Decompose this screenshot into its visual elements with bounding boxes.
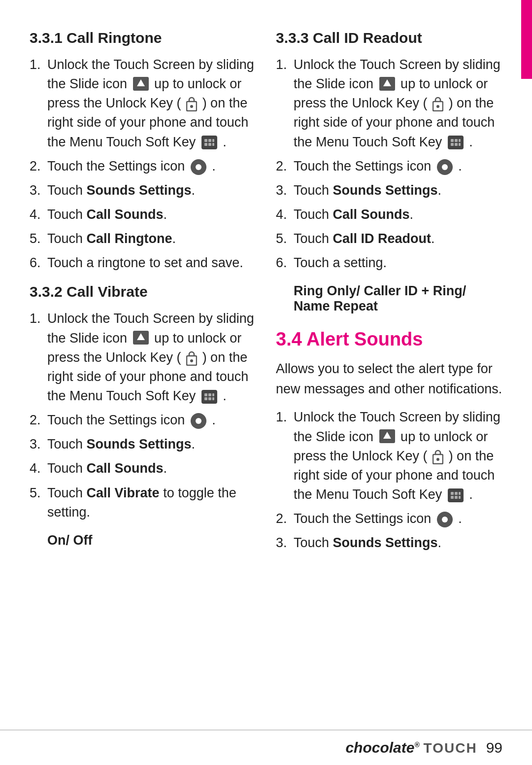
svg-rect-31 — [212, 397, 214, 400]
step-332-1: 1. Unlock the Touch Screen by sliding th… — [30, 309, 256, 406]
svg-rect-78 — [437, 519, 440, 521]
menu-icon-34-1 — [447, 488, 464, 503]
step-34-1: 1. Unlock the Touch Screen by sliding th… — [276, 408, 502, 504]
svg-rect-5 — [204, 139, 207, 142]
svg-rect-70 — [459, 492, 461, 495]
svg-rect-47 — [451, 139, 454, 142]
svg-point-54 — [442, 164, 448, 170]
svg-point-12 — [196, 164, 201, 170]
pink-tab — [521, 0, 532, 79]
step-331-6: 6. Touch a ringtone to set and save. — [30, 253, 256, 273]
svg-rect-58 — [450, 166, 453, 168]
step-333-1: 1. Unlock the Touch Screen by sliding th… — [276, 55, 502, 152]
settings-icon-333-2 — [436, 159, 453, 175]
svg-rect-51 — [455, 143, 458, 146]
brand-touch: TOUCH — [424, 740, 477, 756]
svg-point-3 — [190, 105, 193, 108]
svg-rect-16 — [203, 166, 206, 168]
step-333-5: 5. Touch Call ID Readout. — [276, 229, 502, 248]
svg-rect-56 — [444, 172, 446, 175]
step-331-3: 3. Touch Sounds Settings. — [30, 181, 256, 200]
svg-rect-72 — [455, 496, 458, 499]
svg-rect-49 — [459, 139, 461, 142]
svg-rect-77 — [444, 524, 446, 527]
svg-rect-27 — [208, 393, 211, 396]
svg-rect-57 — [437, 166, 440, 168]
brand-reg: ® — [414, 741, 419, 749]
svg-rect-67 — [448, 488, 464, 502]
section-34-title: 3.4 Alert Sounds — [276, 329, 502, 350]
step-332-5: 5. Touch Call Vibrate to toggle the sett… — [30, 484, 256, 522]
section-34-steps: 1. Unlock the Touch Screen by sliding th… — [276, 408, 502, 553]
step-333-4: 4. Touch Call Sounds. — [276, 205, 502, 224]
slide-icon-332-1 — [133, 330, 149, 347]
svg-point-66 — [436, 458, 439, 461]
svg-rect-73 — [459, 496, 461, 499]
settings-icon-331-2 — [190, 159, 207, 175]
settings-icon-332-2 — [190, 413, 207, 429]
step-331-1: 1. Unlock the Touch Screen by sliding th… — [30, 55, 256, 152]
menu-icon-332-1 — [201, 389, 218, 404]
svg-rect-14 — [198, 172, 200, 175]
svg-rect-8 — [204, 143, 207, 146]
slide-icon-333-1 — [379, 76, 396, 93]
svg-rect-26 — [204, 393, 207, 396]
svg-rect-29 — [204, 397, 207, 400]
svg-rect-68 — [451, 492, 454, 495]
step-333-3: 3. Touch Sounds Settings. — [276, 181, 502, 200]
step-332-4: 4. Touch Call Sounds. — [30, 459, 256, 478]
step-34-2: 2. Touch the Settings icon . — [276, 509, 502, 528]
section-333-title: 3.3.3 Call ID Readout — [276, 30, 502, 46]
step-333-6: 6. Touch a setting. — [276, 253, 502, 273]
step-331-4: 4. Touch Call Sounds. — [30, 205, 256, 224]
settings-icon-34-2 — [436, 511, 453, 528]
section-333-steps: 1. Unlock the Touch Screen by sliding th… — [276, 55, 502, 273]
section-331-title: 3.3.1 Call Ringtone — [30, 30, 256, 46]
svg-rect-52 — [459, 143, 461, 146]
svg-rect-76 — [444, 512, 446, 515]
unlock-icon-331-1 — [186, 97, 197, 111]
unlock-icon-34-1 — [432, 450, 443, 464]
section-34-desc: Allows you to select the alert type for … — [276, 359, 502, 399]
svg-rect-34 — [198, 413, 200, 416]
step-332-2: 2. Touch the Settings icon . — [30, 411, 256, 430]
two-col-layout: 3.3.1 Call Ringtone 1. Unlock the Touch … — [30, 30, 502, 563]
svg-rect-25 — [201, 390, 217, 404]
svg-point-24 — [190, 359, 193, 362]
col-right: 3.3.3 Call ID Readout 1. Unlock the Touc… — [276, 30, 502, 563]
svg-point-75 — [442, 517, 448, 522]
svg-rect-55 — [444, 159, 446, 162]
footer-brand: chocolate® TOUCH — [345, 739, 477, 756]
svg-rect-10 — [212, 143, 214, 146]
svg-rect-46 — [448, 136, 464, 149]
section-331-steps: 1. Unlock the Touch Screen by sliding th… — [30, 55, 256, 273]
subnote-333: Ring Only/ Caller ID + Ring/ Name Repeat — [294, 283, 502, 314]
col-left: 3.3.1 Call Ringtone 1. Unlock the Touch … — [30, 30, 256, 563]
svg-rect-48 — [455, 139, 458, 142]
menu-icon-333-1 — [447, 135, 464, 150]
svg-rect-9 — [208, 143, 211, 146]
slide-icon-34-1 — [379, 429, 396, 446]
svg-rect-30 — [208, 397, 211, 400]
svg-rect-4 — [201, 136, 217, 149]
subnote-332: On/ Off — [47, 533, 256, 548]
step-331-2: 2. Touch the Settings icon . — [30, 157, 256, 176]
section-332-title: 3.3.2 Call Vibrate — [30, 283, 256, 300]
brand-name: chocolate® — [345, 739, 419, 756]
svg-rect-69 — [455, 492, 458, 495]
slide-icon-331-1 — [133, 76, 149, 93]
svg-rect-13 — [198, 159, 200, 162]
step-333-2: 2. Touch the Settings icon . — [276, 157, 502, 176]
step-34-3: 3. Touch Sounds Settings. — [276, 533, 502, 553]
svg-rect-35 — [198, 426, 200, 429]
unlock-icon-333-1 — [432, 97, 443, 111]
svg-rect-71 — [451, 496, 454, 499]
svg-rect-15 — [191, 166, 194, 168]
svg-rect-79 — [450, 519, 453, 521]
svg-point-45 — [436, 105, 439, 108]
svg-rect-50 — [451, 143, 454, 146]
unlock-icon-332-1 — [186, 351, 197, 366]
page-number: 99 — [486, 739, 502, 756]
svg-point-33 — [196, 418, 201, 424]
page-container: 3.3.1 Call Ringtone 1. Unlock the Touch … — [0, 0, 532, 765]
